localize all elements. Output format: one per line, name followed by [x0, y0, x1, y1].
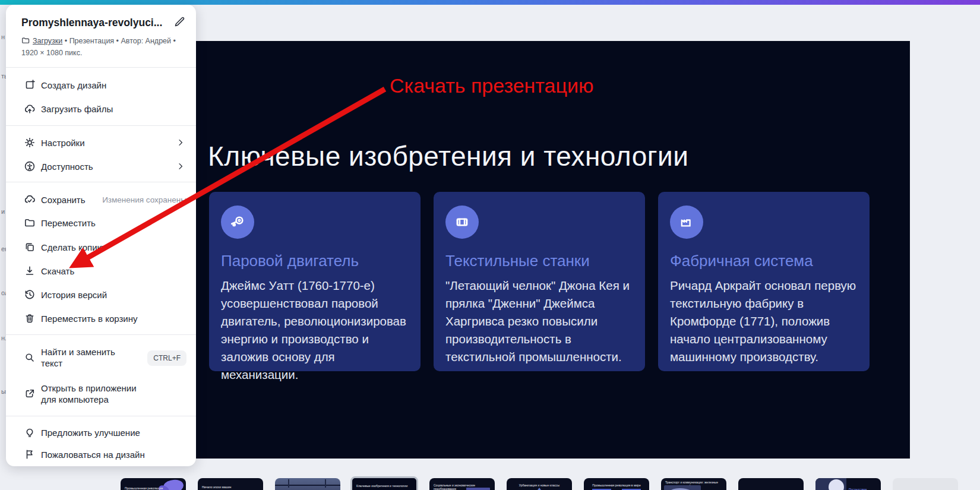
slide-thumbnail-7[interactable]: Промышленная революция в мире — [584, 478, 649, 490]
slide-thumbnail-4-selected[interactable]: Ключевые изобретения и технологии — [350, 476, 418, 490]
card-title: Фабричная система — [670, 252, 858, 270]
app-window: Ключевые изобретения и технологии Парово… — [0, 0, 980, 490]
slide-thumbnail-3[interactable] — [275, 478, 340, 490]
design-title: Promyshlennaya-revolyuci... — [21, 17, 170, 29]
factory-icon — [670, 206, 703, 239]
menu-item-report-design[interactable]: Пожаловаться на дизайн — [6, 446, 196, 463]
edit-title-icon[interactable] — [173, 16, 185, 30]
slide-title[interactable]: Ключевые изобретения и технологии — [208, 140, 688, 172]
menu-item-save[interactable]: Сохранить Изменения сохранены — [6, 191, 196, 208]
menu-item-create-design[interactable]: Создать дизайн — [6, 77, 196, 93]
design-menu-panel: Promyshlennaya-revolyuci... Загрузки • П… — [6, 5, 196, 466]
shortcut-badge: CTRL+F — [147, 350, 186, 366]
chevron-right-icon — [176, 162, 185, 171]
slide-thumbnail-1[interactable]: Промышленная революция — [121, 478, 186, 490]
card-body: Ричард Аркрайт основал первую текстильну… — [670, 277, 858, 366]
slide-thumbnail-9[interactable] — [738, 478, 804, 490]
divider — [6, 334, 196, 335]
menu-item-make-copy[interactable]: Сделать копию — [6, 239, 196, 255]
folder-icon — [21, 36, 30, 48]
slide-thumbnail-2[interactable]: Начало эпохи машин — [198, 478, 263, 490]
save-status: Изменения сохранены — [102, 195, 186, 204]
chevron-right-icon — [176, 138, 185, 147]
slide-thumbnail-placeholder — [893, 478, 958, 490]
slide-thumbnail-6[interactable]: Урбанизация и новые классы — [507, 478, 572, 490]
card-body: Джеймс Уатт (1760-1770-е) усовершенствов… — [221, 277, 409, 384]
design-meta: Загрузки • Презентация • Автор: Андрей •… — [21, 36, 188, 58]
divider — [6, 67, 196, 68]
menu-item-upload-files[interactable]: Загрузить файлы — [6, 100, 196, 117]
divider — [6, 125, 196, 126]
annotation-text: Скачать презентацию — [390, 74, 593, 97]
card-textile-looms[interactable]: Текстильные станки "Летающий челнок" Джо… — [434, 192, 645, 371]
top-gradient-bar — [0, 0, 980, 5]
card-title: Паровой двигатель — [221, 252, 409, 270]
divider — [6, 416, 196, 416]
card-title: Текстильные станки — [445, 252, 633, 270]
menu-item-download[interactable]: Скачать — [6, 263, 196, 279]
slide-thumbnail-8[interactable]: Транспорт и коммуникации: железные дорог… — [661, 478, 726, 490]
textile-loom-icon — [445, 206, 479, 239]
card-steam-engine[interactable]: Паровой двигатель Джеймс Уатт (1760-1770… — [209, 192, 421, 371]
menu-item-move[interactable]: Переместить — [6, 214, 196, 231]
menu-item-accessibility[interactable]: Доступность — [6, 158, 196, 175]
card-body: "Летающий челнок" Джона Кея и прялка "Дж… — [445, 277, 633, 366]
divider — [6, 182, 196, 182]
edge-fragment: и — [1, 208, 5, 215]
steam-engine-icon — [221, 206, 254, 239]
menu-item-move-to-trash[interactable]: Переместить в корзину — [6, 310, 196, 327]
menu-item-version-history[interactable]: История версий — [6, 286, 196, 303]
edge-fragment: н — [1, 33, 5, 40]
menu-item-suggest-improvement[interactable]: Предложить улучшение — [6, 424, 196, 441]
menu-item-settings[interactable]: Настройки — [6, 134, 196, 151]
folder-link[interactable]: Загрузки — [33, 37, 62, 45]
slide-thumbnail-5[interactable]: Социальные и экономические преобразовани… — [429, 478, 495, 490]
menu-item-open-desktop-app[interactable]: Открыть в приложении для компьютера — [6, 380, 196, 408]
slide-canvas[interactable]: Ключевые изобретения и технологии Парово… — [196, 41, 910, 459]
slide-thumbnail-10[interactable]: Последствия промышленной революции — [815, 478, 881, 490]
card-factory-system[interactable]: Фабричная система Ричард Аркрайт основал… — [658, 192, 870, 371]
